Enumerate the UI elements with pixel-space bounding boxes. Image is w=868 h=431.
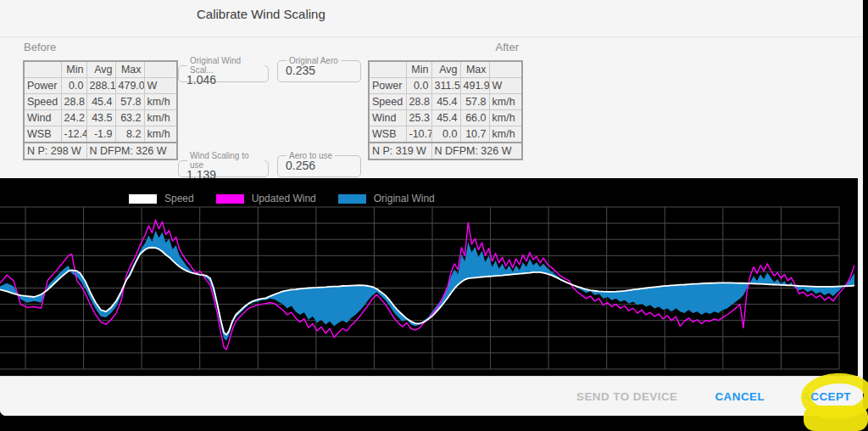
table-cell: 28.8 [406, 94, 431, 110]
table-row: Wind25.345.466.0km/h [369, 110, 522, 126]
original-wind-scaling-field[interactable]: Original Wind Scal... 1.046 [178, 56, 269, 82]
original-aero-field[interactable]: Original Aero 0.235 [277, 56, 361, 82]
chart-plot-area [0, 178, 858, 376]
normalized-power-cell: N P: 298 W [24, 143, 86, 160]
table-header-row: MinAvgMax [24, 61, 177, 78]
normalized-dfpm-cell: N DFPM: 326 W [86, 143, 177, 160]
table-cell: 57.8 [115, 94, 144, 110]
col-header: Max [460, 61, 489, 78]
normalized-dfpm-cell: N DFPM: 326 W [431, 143, 522, 160]
table-cell: Speed [24, 94, 61, 110]
col-header [144, 61, 177, 78]
table-cell: Power [24, 78, 61, 94]
col-header: Avg [86, 61, 115, 78]
table-row: WSB-12.4-1.98.2km/h [24, 126, 177, 143]
table-cell: 43.5 [86, 110, 115, 126]
legend-item: Updated Wind [216, 193, 316, 204]
table-cell: 10.7 [460, 126, 489, 143]
aero-to-use-value[interactable]: 0.256 [286, 160, 357, 171]
col-header [369, 61, 406, 78]
normalized-power-cell: N P: 319 W [369, 143, 431, 160]
before-section-label: Before [24, 41, 56, 53]
table-cell: WSB [369, 126, 406, 143]
legend-swatch [338, 194, 366, 204]
table-cell: -10.7 [406, 126, 431, 143]
table-cell: 25.3 [406, 110, 431, 126]
legend-swatch [216, 194, 244, 204]
table-row: Power0.0288.1479.0W [24, 78, 177, 94]
wind-scaling-to-use-field[interactable]: Wind Scaling to use 1.139 [178, 151, 269, 177]
dialog-title: Calibrate Wind Scaling [197, 7, 326, 21]
legend-item: Speed [129, 193, 194, 204]
table-cell: km/h [144, 94, 177, 110]
table-cell: Power [369, 78, 406, 94]
wind-calibration-chart: Speed Updated Wind Original Wind [0, 178, 858, 376]
legend-label: Original Wind [374, 193, 435, 204]
table-cell: 0.0 [406, 78, 431, 94]
table-cell: WSB [24, 126, 61, 143]
table-cell: 63.2 [115, 110, 144, 126]
calibrate-wind-scaling-dialog: Calibrate Wind Scaling Before After MinA… [0, 0, 863, 416]
cancel-button[interactable]: CANCEL [708, 385, 771, 408]
col-header: Max [115, 61, 144, 78]
table-footer-row: N P: 319 W N DFPM: 326 W [369, 143, 522, 160]
table-cell: 311.5 [431, 78, 460, 94]
table-cell: 57.8 [460, 94, 489, 110]
aero-to-use-field[interactable]: Aero to use 0.256 [277, 151, 361, 177]
table-cell: 0.0 [61, 78, 86, 94]
after-section-label: After [458, 41, 519, 53]
table-cell: Speed [369, 94, 406, 110]
original-wind-scaling-label: Original Wind Scal... [187, 56, 264, 75]
table-cell: 288.1 [86, 78, 115, 94]
original-wind-area [0, 231, 854, 341]
table-cell: 24.2 [61, 110, 86, 126]
legend-label: Speed [164, 193, 194, 204]
table-header-row: MinAvgMax [369, 61, 522, 78]
table-cell: Wind [369, 110, 406, 126]
before-stats-table: MinAvgMaxPower0.0288.1479.0WSpeed28.845.… [23, 60, 178, 160]
table-row: Speed28.845.457.8km/h [369, 94, 522, 110]
header-divider [0, 36, 863, 37]
table-cell: km/h [489, 94, 522, 110]
table-cell: -12.4 [61, 126, 86, 143]
chart-legend: Speed Updated Wind Original Wind [129, 193, 435, 204]
table-cell: 45.4 [86, 94, 115, 110]
col-header [489, 61, 522, 78]
table-cell: km/h [489, 126, 522, 143]
table-row: Speed28.845.457.8km/h [24, 94, 177, 110]
table-cell: W [144, 78, 177, 94]
table-cell: 45.4 [431, 110, 460, 126]
original-wind-scaling-value[interactable]: 1.046 [186, 75, 264, 86]
table-cell: Wind [24, 110, 61, 126]
accept-button[interactable]: ACCEPT [795, 385, 858, 408]
table-cell: 45.4 [431, 94, 460, 110]
col-header [24, 61, 61, 78]
wind-scaling-to-use-label: Wind Scaling to use [187, 151, 264, 170]
legend-item: Original Wind [338, 193, 435, 204]
table-cell: 66.0 [460, 110, 489, 126]
table-row: WSB-10.70.010.7km/h [369, 126, 522, 143]
table-cell: 491.9 [460, 78, 489, 94]
dialog-footer: SEND TO DEVICE CANCEL ACCEPT [0, 376, 863, 416]
table-row: Wind24.243.563.2km/h [24, 110, 177, 126]
col-header: Min [406, 61, 431, 78]
table-cell: W [489, 78, 522, 94]
table-footer-row: N P: 298 W N DFPM: 326 W [24, 143, 177, 160]
table-cell: 28.8 [61, 94, 86, 110]
table-cell: -1.9 [86, 126, 115, 143]
after-stats-table: MinAvgMaxPower0.0311.5491.9WSpeed28.845.… [368, 60, 523, 160]
table-cell: km/h [144, 126, 177, 143]
col-header: Avg [431, 61, 460, 78]
send-to-device-button[interactable]: SEND TO DEVICE [570, 385, 684, 408]
table-row: Power0.0311.5491.9W [369, 78, 522, 94]
table-cell: km/h [144, 110, 177, 126]
legend-label: Updated Wind [252, 193, 316, 204]
screen: Calibrate Wind Scaling Before After MinA… [0, 0, 868, 431]
legend-swatch [129, 194, 157, 204]
col-header: Min [61, 61, 86, 78]
original-aero-value[interactable]: 0.235 [286, 65, 357, 76]
table-cell: km/h [489, 110, 522, 126]
table-cell: 8.2 [115, 126, 144, 143]
table-cell: 0.0 [431, 126, 460, 143]
table-cell: 479.0 [115, 78, 144, 94]
